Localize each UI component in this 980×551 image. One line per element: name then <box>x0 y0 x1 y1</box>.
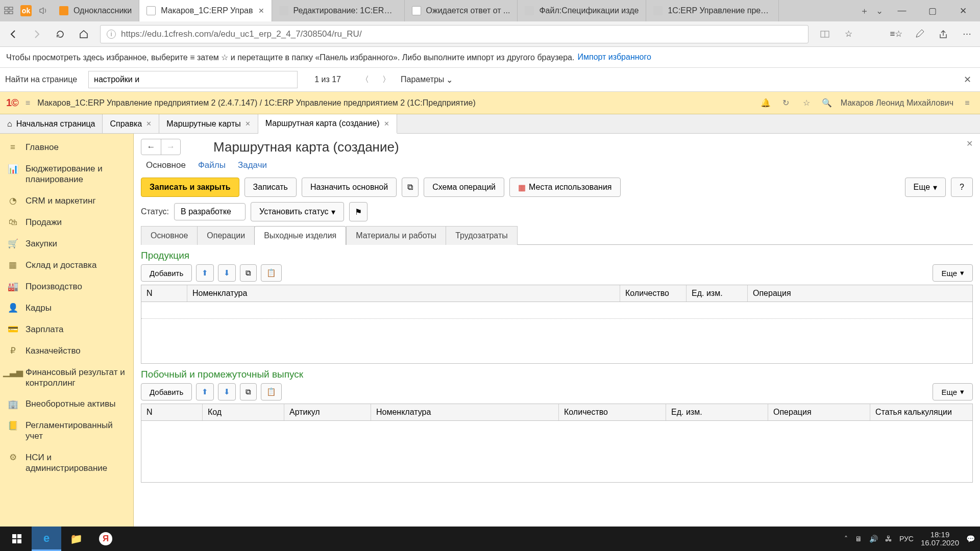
new-tab-button[interactable]: ＋ <box>860 5 869 17</box>
info-icon[interactable]: i <box>107 30 116 39</box>
close-icon[interactable]: ✕ <box>384 120 389 128</box>
set-status-button[interactable]: Установить статус ▾ <box>251 202 344 221</box>
menu-icon[interactable]: ≡ <box>26 98 30 108</box>
settings-icon[interactable]: ≡ <box>961 98 974 108</box>
onec-tab-home[interactable]: ⌂Начальная страница <box>0 114 103 133</box>
yandex-taskbar-icon[interactable]: Я <box>91 527 120 551</box>
sidebar-item-sales[interactable]: 🛍Продажи <box>0 212 133 233</box>
col2-code[interactable]: Код <box>203 404 284 420</box>
tray-notifications-icon[interactable]: 💬 <box>966 535 975 543</box>
task-view-icon[interactable] <box>3 5 14 16</box>
nav-back-button[interactable]: ← <box>141 139 161 155</box>
notes-icon[interactable] <box>913 27 927 41</box>
page-close-button[interactable]: ✕ <box>966 139 973 148</box>
col2-calc[interactable]: Статья калькуляции <box>870 404 972 420</box>
tray-network-icon[interactable]: 🖧 <box>885 535 892 543</box>
sidebar-item-main[interactable]: ≡Главное <box>0 137 133 158</box>
search-icon[interactable]: 🔍 <box>820 98 834 108</box>
save-close-button[interactable]: Записать и закрыть <box>141 178 239 197</box>
help-button[interactable]: ? <box>951 178 973 197</box>
col2-n[interactable]: N <box>141 404 203 420</box>
tray-lang[interactable]: РУС <box>899 535 914 543</box>
inner-tab-labor[interactable]: Трудозатраты <box>446 226 518 245</box>
browser-tab-3[interactable]: Ожидается ответ от ... <box>405 0 518 21</box>
home-button[interactable] <box>77 27 91 41</box>
subnav-main[interactable]: Основное <box>146 160 186 170</box>
explorer-taskbar-icon[interactable]: 📁 <box>61 527 91 551</box>
close-icon[interactable]: ✕ <box>245 120 251 128</box>
sidebar-item-warehouse[interactable]: ▦Склад и доставка <box>0 255 133 276</box>
browser-tab-1[interactable]: Макаров_1С:ERP Управ✕ <box>139 0 272 21</box>
copy-row-button-2[interactable]: ⧉ <box>240 383 257 400</box>
browser-tab-2[interactable]: Редактирование: 1C:ERP Уп <box>272 0 405 21</box>
move-down-button[interactable]: ⬇ <box>218 264 236 282</box>
history-icon[interactable]: ↻ <box>779 98 793 108</box>
odnoklassniki-icon[interactable]: ok <box>20 5 32 16</box>
col-nomenclature[interactable]: Номенклатура <box>187 285 620 302</box>
find-next-button[interactable]: 〉 <box>379 72 394 87</box>
scheme-button[interactable]: Схема операций <box>424 178 504 197</box>
maximize-button[interactable]: ▢ <box>921 0 944 21</box>
sidebar-item-salary[interactable]: 💳Зарплата <box>0 319 133 340</box>
browser-tab-4[interactable]: Файл:Спецификации изде <box>518 0 646 21</box>
inner-tab-operations[interactable]: Операции <box>197 226 255 245</box>
move-up-button-2[interactable]: ⬆ <box>196 383 214 400</box>
col-operation[interactable]: Операция <box>748 285 972 302</box>
subnav-files[interactable]: Файлы <box>198 160 226 170</box>
col2-unit[interactable]: Ед. изм. <box>666 404 768 420</box>
sidebar-item-production[interactable]: 🏭Производство <box>0 276 133 297</box>
close-icon[interactable]: ✕ <box>146 120 152 128</box>
sidebar-item-admin[interactable]: ⚙НСИ и администрирование <box>0 447 133 479</box>
inner-tab-output[interactable]: Выходные изделия <box>254 226 346 245</box>
more-icon[interactable]: ⋯ <box>960 27 974 41</box>
paste-row-button-2[interactable]: 📋 <box>261 383 282 400</box>
address-bar[interactable]: i https://edu.1cfresh.com/a/edu_uc1_erp_… <box>100 25 808 43</box>
status-icon-button[interactable]: ⚑ <box>349 202 368 221</box>
minimize-button[interactable]: — <box>890 0 914 21</box>
browser-tab-5[interactable]: 1C:ERP Управление предпр <box>646 0 779 21</box>
favorite-icon[interactable]: ☆ <box>841 27 855 41</box>
tab-overflow-icon[interactable]: ⌄ <box>876 6 883 16</box>
col2-operation[interactable]: Операция <box>768 404 870 420</box>
favorites-list-icon[interactable]: ≡☆ <box>889 27 903 41</box>
sidebar-item-crm[interactable]: ◔CRM и маркетинг <box>0 190 133 212</box>
find-close-button[interactable]: ✕ <box>960 74 975 85</box>
edge-taskbar-icon[interactable]: e <box>32 527 61 551</box>
paste-row-button[interactable]: 📋 <box>261 264 282 282</box>
tray-monitor-icon[interactable]: 🖥 <box>855 535 862 543</box>
find-prev-button[interactable]: 〈 <box>358 72 372 87</box>
col2-article[interactable]: Артикул <box>284 404 371 420</box>
move-up-button[interactable]: ⬆ <box>196 264 214 282</box>
save-button[interactable]: Записать <box>244 178 297 197</box>
tray-volume-icon[interactable]: 🔊 <box>869 535 878 543</box>
sidebar-item-assets[interactable]: 🏢Внеоборотные активы <box>0 393 133 415</box>
tray-chevron-icon[interactable]: ˄ <box>844 535 848 543</box>
close-icon[interactable]: ✕ <box>258 7 264 15</box>
speaker-icon[interactable] <box>38 5 49 16</box>
bell-icon[interactable]: 🔔 <box>759 98 772 108</box>
close-window-button[interactable]: ✕ <box>951 0 975 21</box>
start-button[interactable] <box>2 527 32 551</box>
col-n[interactable]: N <box>141 285 187 302</box>
inner-tab-materials[interactable]: Материалы и работы <box>346 226 446 245</box>
more-button[interactable]: Еще ▾ <box>905 178 946 197</box>
refresh-button[interactable] <box>53 27 67 41</box>
share-icon[interactable] <box>936 27 950 41</box>
onec-tab-help[interactable]: Справка✕ <box>103 114 159 133</box>
col-qty[interactable]: Количество <box>620 285 687 302</box>
forward-button[interactable] <box>30 27 44 41</box>
reading-view-icon[interactable] <box>818 27 832 41</box>
import-favorites-link[interactable]: Импорт избранного <box>577 53 651 62</box>
sidebar-item-treasury[interactable]: ₽Казначейство <box>0 340 133 362</box>
add-product-button[interactable]: Добавить <box>141 264 192 282</box>
onec-tab-routes[interactable]: Маршрутные карты✕ <box>159 114 258 133</box>
find-input[interactable] <box>88 71 298 88</box>
copy-button[interactable]: ⧉ <box>402 178 419 197</box>
col-unit[interactable]: Ед. изм. <box>687 285 748 302</box>
add-byproduct-button[interactable]: Добавить <box>141 383 192 400</box>
byproducts-table-body[interactable] <box>141 421 972 482</box>
tray-clock[interactable]: 18:19 16.07.2020 <box>921 531 959 547</box>
browser-tab-0[interactable]: Одноклассники <box>52 0 139 21</box>
sidebar-item-hr[interactable]: 👤Кадры <box>0 297 133 319</box>
status-value[interactable]: В разработке <box>174 203 246 220</box>
